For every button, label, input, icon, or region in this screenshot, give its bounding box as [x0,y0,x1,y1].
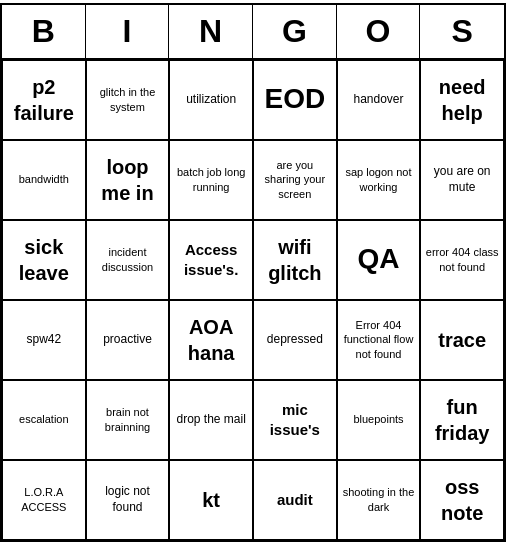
header-letter: N [169,5,253,58]
cell-r1-c4: sap logon not working [337,140,421,220]
header-letter: O [337,5,421,58]
cell-r1-c1: loop me in [86,140,170,220]
cell-r3-c2: AOA hana [169,300,253,380]
header-letter: G [253,5,337,58]
cell-r2-c3: wifi glitch [253,220,337,300]
cell-r1-c2: batch job long running [169,140,253,220]
cell-r0-c3: EOD [253,60,337,140]
cell-r1-c0: bandwidth [2,140,86,220]
cell-r3-c1: proactive [86,300,170,380]
cell-r5-c4: shooting in the dark [337,460,421,540]
cell-r3-c0: spw42 [2,300,86,380]
cell-r3-c5: trace [420,300,504,380]
cell-r5-c3: audit [253,460,337,540]
cell-r3-c3: depressed [253,300,337,380]
cell-r5-c0: L.O.R.A ACCESS [2,460,86,540]
header-letter: S [420,5,504,58]
header-letter: I [86,5,170,58]
header-letter: B [2,5,86,58]
cell-r2-c1: incident discussion [86,220,170,300]
cell-r2-c4: QA [337,220,421,300]
cell-r4-c2: drop the mail [169,380,253,460]
cell-r4-c4: bluepoints [337,380,421,460]
cell-r2-c5: error 404 class not found [420,220,504,300]
cell-r0-c5: need help [420,60,504,140]
cell-r5-c2: kt [169,460,253,540]
cell-r4-c1: brain not brainning [86,380,170,460]
cell-r4-c5: fun friday [420,380,504,460]
cell-r3-c4: Error 404 functional flow not found [337,300,421,380]
cell-r4-c3: mic issue's [253,380,337,460]
cell-r2-c2: Access issue's. [169,220,253,300]
bingo-grid: p2 failureglitch in the systemutilizatio… [2,60,504,540]
bingo-header: BINGOS [2,5,504,60]
cell-r1-c5: you are on mute [420,140,504,220]
cell-r0-c4: handover [337,60,421,140]
bingo-card: BINGOS p2 failureglitch in the systemuti… [0,3,506,542]
cell-r0-c2: utilization [169,60,253,140]
cell-r5-c1: logic not found [86,460,170,540]
cell-r2-c0: sick leave [2,220,86,300]
cell-r1-c3: are you sharing your screen [253,140,337,220]
cell-r4-c0: escalation [2,380,86,460]
cell-r0-c0: p2 failure [2,60,86,140]
cell-r0-c1: glitch in the system [86,60,170,140]
cell-r5-c5: oss note [420,460,504,540]
